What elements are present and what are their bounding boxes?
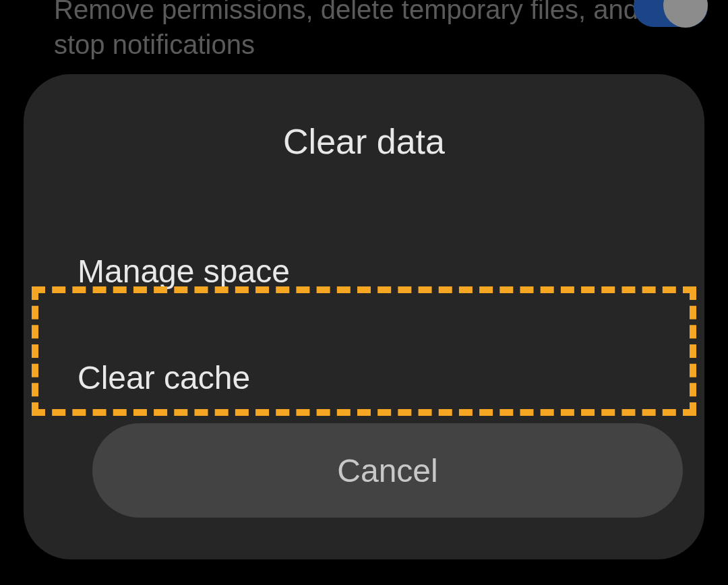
cancel-button[interactable]: Cancel	[92, 423, 683, 518]
dialog-title: Clear data	[24, 121, 704, 162]
clear-cache-option[interactable]: Clear cache	[24, 329, 704, 427]
manage-space-option[interactable]: Manage space	[24, 233, 704, 310]
clear-data-dialog: Clear data Manage space Clear cache Canc…	[24, 74, 704, 559]
